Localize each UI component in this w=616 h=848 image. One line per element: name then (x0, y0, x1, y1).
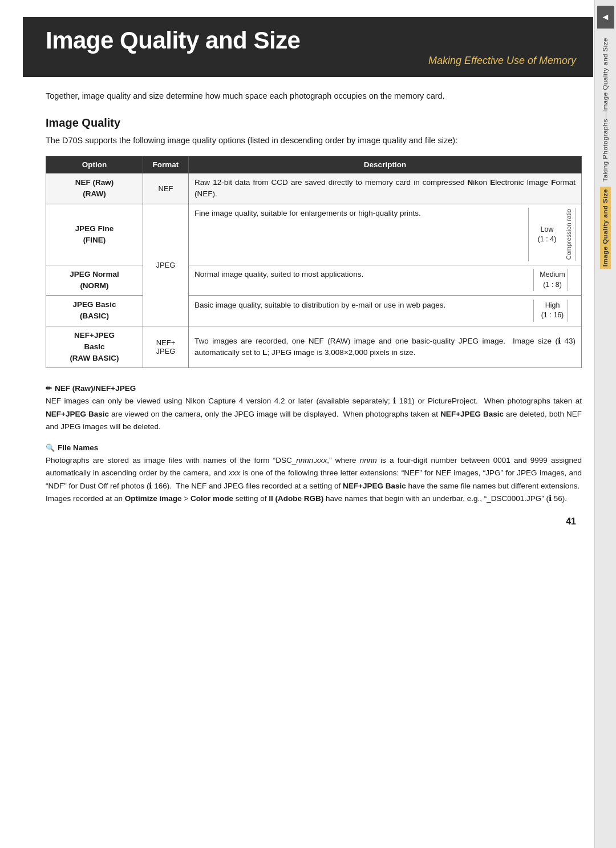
option-jpeg-fine: JPEG Fine (FINE) (46, 204, 143, 265)
section-intro-text: The D70S supports the following image qu… (46, 134, 582, 147)
note-nef-heading: NEF (Raw)/NEF+JPEG (55, 384, 136, 393)
option-jpeg-normal: JPEG Normal (NORM) (46, 265, 143, 296)
note-nef-raw: ✏ NEF (Raw)/NEF+JPEG NEF images can only… (46, 384, 582, 433)
compression-high: High(1 : 16) (533, 300, 568, 322)
note-file-names-heading: File Names (58, 443, 98, 452)
option-nef-jpeg-main: NEF+JPEGBasic (74, 331, 115, 351)
desc-jpeg-basic: Basic image quality, suitable to distrib… (189, 296, 582, 326)
page-header: Image Quality and Size Making Effective … (23, 17, 593, 77)
desc-jpeg-basic-text: Basic image quality, suitable to distrib… (194, 300, 533, 322)
comp-ratio-spacer-normal (568, 269, 576, 291)
compression-low: Low(1 : 4) (528, 208, 562, 261)
comp-ratio-spacer-basic (568, 300, 576, 322)
page-subtitle: Making Effective Use of Memory (46, 55, 576, 71)
option-jpeg-fine-sub: (FINE) (83, 236, 106, 244)
compression-medium: Medium(1 : 8) (533, 269, 568, 291)
note-nef-icon: ✏ (46, 384, 52, 393)
side-tab: ◄ Taking Photographs—Image Quality and S… (594, 0, 616, 848)
quality-table: Option Format Description NEF (Raw) (RAW… (46, 156, 582, 369)
option-jpeg-normal-sub: (NORM) (80, 281, 108, 290)
desc-jpeg-fine-text: Fine image quality, suitable for enlarge… (194, 208, 528, 261)
col-header-format: Format (143, 156, 189, 173)
option-nef-sub: (RAW) (83, 189, 106, 198)
option-jpeg-basic-sub: (BASIC) (80, 312, 109, 320)
notes-section: ✏ NEF (Raw)/NEF+JPEG NEF images can only… (46, 384, 582, 505)
desc-jpeg-fine: Fine image quality, suitable for enlarge… (189, 204, 582, 265)
option-nef-main: NEF (Raw) (75, 178, 114, 187)
page-title: Image Quality and Size (46, 27, 576, 54)
option-jpeg-basic-main: JPEG Basic (73, 300, 116, 309)
note-nef-title: ✏ NEF (Raw)/NEF+JPEG (46, 384, 582, 393)
note-file-names: 🔍 File Names Photographs are stored as i… (46, 443, 582, 505)
side-tab-highlight: Image Quality and Size (600, 187, 611, 269)
compression-ratio-label-fine: Compression ratio (562, 208, 576, 261)
format-nef: NEF (143, 173, 189, 204)
option-nef: NEF (Raw) (RAW) (46, 173, 143, 204)
table-row-nef: NEF (Raw) (RAW) NEF Raw 12-bit data from… (46, 173, 582, 204)
desc-nef-jpeg: Two images are recorded, one NEF (RAW) i… (189, 326, 582, 368)
note-file-names-icon: 🔍 (46, 443, 55, 452)
option-jpeg-normal-main: JPEG Normal (70, 270, 119, 278)
note-file-names-title: 🔍 File Names (46, 443, 582, 452)
desc-nef: Raw 12-bit data from CCD are saved direc… (189, 173, 582, 204)
col-header-description: Description (189, 156, 582, 173)
comp-low-value: Low(1 : 4) (532, 224, 562, 246)
comp-high-value: High(1 : 16) (537, 300, 568, 322)
page-number: 41 (46, 516, 582, 527)
option-jpeg-basic: JPEG Basic (BASIC) (46, 296, 143, 326)
option-jpeg-fine-main: JPEG Fine (75, 224, 114, 233)
arrow-icon: ◄ (601, 12, 610, 22)
desc-jpeg-normal: Normal image quality, suited to most app… (189, 265, 582, 296)
format-nef-jpeg: NEF+JPEG (143, 326, 189, 368)
table-row-nef-jpeg: NEF+JPEGBasic (RAW BASIC) NEF+JPEG Two i… (46, 326, 582, 368)
comp-medium-value: Medium(1 : 8) (537, 269, 568, 291)
format-jpeg-fine: JPEG (143, 204, 189, 326)
side-tab-arrow[interactable]: ◄ (597, 6, 614, 29)
intro-paragraph: Together, image quality and size determi… (46, 90, 582, 103)
option-nef-jpeg: NEF+JPEGBasic (RAW BASIC) (46, 326, 143, 368)
side-tab-top-text: Taking Photographs—Image Quality and Siz… (601, 38, 610, 182)
note-nef-text: NEF images can only be viewed using Niko… (46, 395, 582, 433)
section-heading-image-quality: Image Quality (46, 116, 582, 130)
option-nef-jpeg-sub: (RAW BASIC) (70, 354, 119, 362)
table-row-jpeg-fine: JPEG Fine (FINE) JPEG Fine image quality… (46, 204, 582, 265)
table-row-jpeg-basic: JPEG Basic (BASIC) Basic image quality, … (46, 296, 582, 326)
note-file-names-text: Photographs are stored as image files wi… (46, 454, 582, 505)
desc-jpeg-normal-text: Normal image quality, suited to most app… (194, 269, 533, 291)
col-header-option: Option (46, 156, 143, 173)
table-row-jpeg-normal: JPEG Normal (NORM) Normal image quality,… (46, 265, 582, 296)
